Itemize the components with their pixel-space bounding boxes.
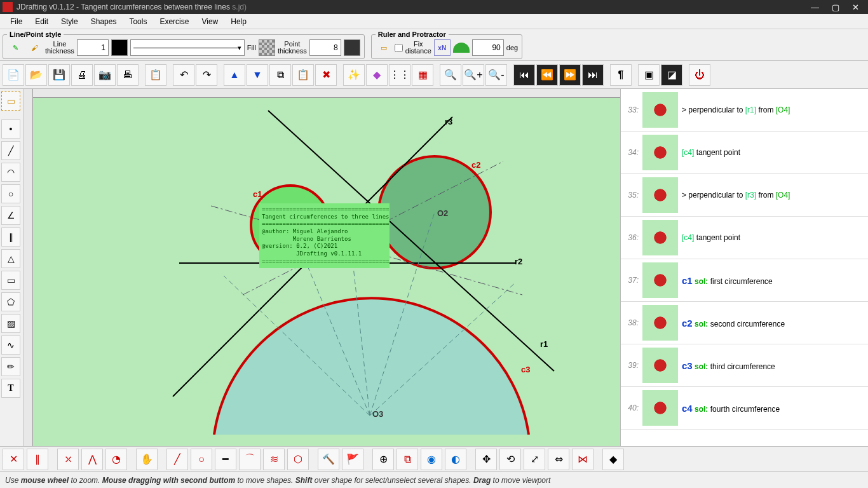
step-row[interactable]: 38:c2 sol: second circumference <box>621 302 868 344</box>
step-row[interactable]: 40:c4 sol: fourth circumference <box>621 387 868 430</box>
power-button[interactable]: ⏻ <box>689 64 710 86</box>
minimize-button[interactable]: — <box>811 3 819 12</box>
brush-icon[interactable]: 🖌 <box>26 39 43 56</box>
parallel-tool[interactable]: ∥ <box>1 227 20 247</box>
mirror-v-tool[interactable]: ⋈ <box>572 449 593 470</box>
red-square-button[interactable]: ▦ <box>412 64 433 86</box>
cross-tool[interactable]: ⤫ <box>57 449 79 470</box>
print-preview-button[interactable]: 🖶 <box>117 64 139 86</box>
delete-button[interactable]: ✖ <box>315 64 337 86</box>
line-thickness-input[interactable] <box>77 39 109 56</box>
copy-button[interactable]: ⧉ <box>269 64 291 86</box>
spline-tool[interactable]: ∿ <box>1 336 20 355</box>
red-arc-tool[interactable]: ⌒ <box>239 449 261 470</box>
select-all-button[interactable]: ▣ <box>638 64 660 86</box>
rotate-tool[interactable]: ⟲ <box>499 449 521 470</box>
compass-tool[interactable]: ⋀ <box>81 449 103 470</box>
save-button[interactable]: 💾 <box>48 64 70 86</box>
mirror-h-tool[interactable]: ⇔ <box>548 449 569 470</box>
open-file-button[interactable]: 📂 <box>25 64 47 86</box>
move-down-button[interactable]: ▼ <box>247 64 268 86</box>
arc-center-tool[interactable]: ◔ <box>105 449 127 470</box>
step-row[interactable]: 37:c1 sol: first circumference <box>621 259 868 302</box>
menu-file[interactable]: File <box>4 16 29 27</box>
next-step-button[interactable]: ⏩ <box>559 64 581 86</box>
print-button[interactable]: 🖨 <box>71 64 93 86</box>
union-tool[interactable]: ◉ <box>421 449 442 470</box>
menu-help[interactable]: Help <box>224 16 253 27</box>
menu-style[interactable]: Style <box>55 16 85 27</box>
zoom-fit-button[interactable]: 🔍 <box>440 64 461 86</box>
clipboard-button[interactable]: 📋 <box>292 64 314 86</box>
hand-tool[interactable]: ✋ <box>136 449 158 470</box>
step-row[interactable]: 39:c3 sol: third circumference <box>621 344 868 387</box>
steps-panel[interactable]: 33:> perpendicular to [r1] from [O4]34:[… <box>620 89 868 446</box>
protractor-icon[interactable] <box>453 43 470 53</box>
hammer-tool[interactable]: 🔨 <box>318 449 339 470</box>
menu-exercise[interactable]: Exercise <box>153 16 195 27</box>
polygon-tool[interactable]: ⬠ <box>1 292 20 311</box>
step-row[interactable]: 34:[c4] tangent point <box>621 132 868 174</box>
scale-tool[interactable]: ⤢ <box>524 449 545 470</box>
last-step-button[interactable]: ⏭ <box>582 64 604 86</box>
maximize-button[interactable]: ▢ <box>832 3 839 12</box>
magic-button[interactable]: ✨ <box>343 64 365 86</box>
menu-tools[interactable]: Tools <box>123 16 153 27</box>
paste-button[interactable]: 📋 <box>145 64 166 86</box>
red-zigzag-tool[interactable]: ≋ <box>263 449 285 470</box>
arc-tool[interactable]: ◠ <box>1 163 20 182</box>
ruler-icon[interactable]: ▭ <box>376 39 392 56</box>
menu-shapes[interactable]: Shapes <box>85 16 123 27</box>
rectangle-tool[interactable]: ▭ <box>1 271 20 290</box>
canvas[interactable]: O1 O2 O3 O4 c1 c2 c3 c4 r1 r2 r3 =======… <box>24 89 620 446</box>
diamond-button[interactable]: ◆ <box>366 64 388 86</box>
line-color-swatch[interactable] <box>111 39 128 56</box>
point-thickness-input[interactable] <box>309 39 341 56</box>
zoom-out-button[interactable]: 🔍- <box>485 64 507 86</box>
red-circle-tool[interactable]: ○ <box>191 449 212 470</box>
text-tool[interactable]: T <box>1 379 20 398</box>
menu-view[interactable]: View <box>195 16 224 27</box>
move-tool[interactable]: ✥ <box>475 449 497 470</box>
point-color-swatch[interactable] <box>344 39 360 56</box>
step-row[interactable]: 36:[c4] tangent point <box>621 217 868 259</box>
outline-tool[interactable]: ⧉ <box>397 449 418 470</box>
pilcrow-button[interactable]: ¶ <box>610 64 632 86</box>
triangle-tool[interactable]: △ <box>1 249 20 268</box>
first-step-button[interactable]: ⏮ <box>513 64 535 86</box>
venn-tool[interactable]: ⊕ <box>372 449 394 470</box>
step-row[interactable]: 35:> perpendicular to [r3] from [O4] <box>621 174 868 217</box>
fill-bucket-tool[interactable]: ◆ <box>602 449 624 470</box>
angle-tool[interactable]: ∠ <box>1 206 20 225</box>
fill-swatch[interactable] <box>259 39 275 56</box>
circle-tool[interactable]: ○ <box>1 184 20 203</box>
flag-tool[interactable]: 🚩 <box>342 449 363 470</box>
thick-line-tool[interactable]: ━ <box>215 449 236 470</box>
angle-input[interactable] <box>472 39 504 56</box>
redo-button[interactable]: ↷ <box>196 64 217 86</box>
hatch-tool[interactable]: ▨ <box>1 314 20 333</box>
undo-button[interactable]: ↶ <box>173 64 194 86</box>
point-tool[interactable]: • <box>1 119 20 139</box>
new-file-button[interactable]: 📄 <box>3 64 24 86</box>
line-tool[interactable]: ╱ <box>1 141 20 160</box>
red-hexagon-tool[interactable]: ⬡ <box>287 449 309 470</box>
move-up-button[interactable]: ▲ <box>224 64 245 86</box>
subtract-tool[interactable]: ◐ <box>445 449 466 470</box>
xn-button[interactable]: xN <box>434 39 451 56</box>
pencil-tool[interactable]: ✏ <box>1 357 20 376</box>
selection-tool[interactable]: ▭ <box>1 92 20 111</box>
prev-step-button[interactable]: ⏪ <box>536 64 558 86</box>
line-style-dropdown[interactable]: ▾ <box>130 39 245 56</box>
intersect-tool[interactable]: ✕ <box>3 449 24 470</box>
eyedropper-icon[interactable]: ✎ <box>7 39 24 56</box>
dots-button[interactable]: ⋮⋮ <box>389 64 410 86</box>
red-line-tool[interactable]: ╱ <box>166 449 188 470</box>
menu-edit[interactable]: Edit <box>29 16 55 27</box>
snapshot-button[interactable]: 📷 <box>94 64 116 86</box>
invert-button[interactable]: ◪ <box>661 64 682 86</box>
fix-distance-checkbox[interactable] <box>395 44 403 52</box>
close-button[interactable]: ✕ <box>852 3 859 12</box>
parallel-lines-tool[interactable]: ∥ <box>27 449 48 470</box>
zoom-in-button[interactable]: 🔍+ <box>463 64 484 86</box>
